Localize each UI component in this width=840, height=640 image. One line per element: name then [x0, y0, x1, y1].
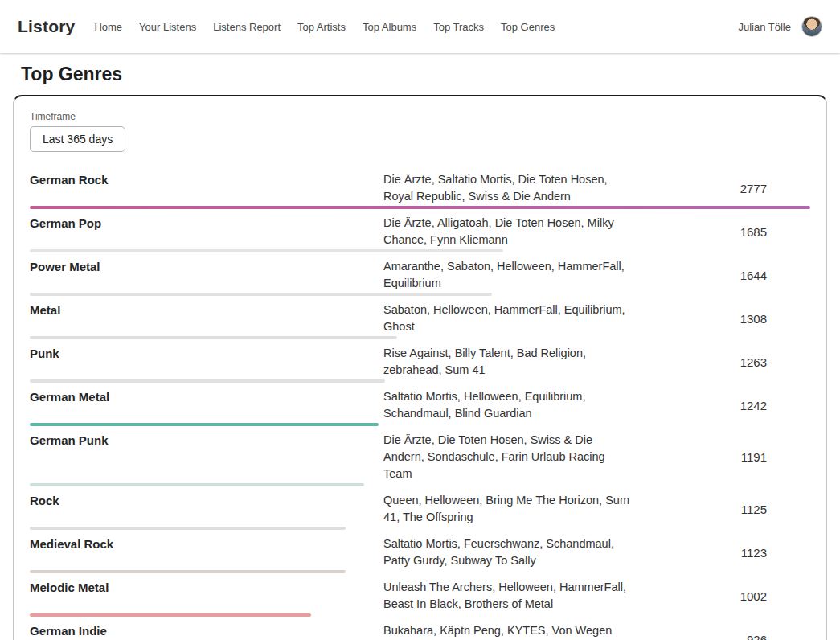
genre-row: Medieval Rock Saltatio Mortis, Feuerschw…	[30, 530, 810, 573]
genre-name: German Pop	[30, 215, 383, 232]
genre-row: Punk Rise Against, Billy Talent, Bad Rel…	[30, 339, 810, 383]
genre-row: Rock Queen, Helloween, Bring Me The Hori…	[30, 486, 810, 530]
genre-count: 926	[634, 633, 810, 640]
user-name[interactable]: Julian Tölle	[738, 21, 791, 33]
genre-count: 1644	[634, 269, 810, 282]
genre-count: 1125	[634, 503, 810, 516]
nav-link-home[interactable]: Home	[94, 21, 122, 33]
genre-row: German Metal Saltatio Mortis, Helloween,…	[30, 383, 810, 426]
nav-link-top-albums[interactable]: Top Albums	[363, 21, 416, 33]
genre-count: 1191	[634, 450, 810, 464]
genre-row: German Punk Die Ärzte, Die Toten Hosen, …	[30, 426, 810, 486]
genre-name: Power Metal	[30, 258, 383, 275]
genre-artists: Sabaton, Helloween, HammerFall, Equilibr…	[383, 302, 634, 335]
genre-table: German Rock Die Ärzte, Saltatio Mortis, …	[30, 166, 810, 640]
genre-name: Rock	[30, 492, 383, 509]
top-genres-card: Timeframe Last 365 days German Rock Die …	[13, 95, 827, 640]
genre-artists: Saltatio Mortis, Helloween, Equilibrium,…	[383, 388, 634, 422]
main-nav: HomeYour ListensListens ReportTop Artist…	[94, 21, 555, 33]
genre-count: 1123	[634, 546, 810, 560]
genre-artists: Queen, Helloween, Bring Me The Horizon, …	[383, 492, 634, 526]
genre-name: German Indie	[30, 622, 383, 639]
genre-count: 1002	[634, 589, 810, 603]
genre-row: Melodic Metal Unleash The Archers, Hello…	[30, 573, 810, 617]
genre-count: 1263	[634, 355, 810, 369]
genre-row: Metal Sabaton, Helloween, HammerFall, Eq…	[30, 296, 810, 339]
genre-name: Melodic Metal	[30, 579, 383, 596]
genre-name: Medieval Rock	[30, 535, 383, 552]
genre-artists: Amaranthe, Sabaton, Helloween, HammerFal…	[383, 258, 634, 292]
genre-artists: Die Ärzte, Alligatoah, Die Toten Hosen, …	[383, 215, 634, 248]
top-navbar: Listory HomeYour ListensListens ReportTo…	[0, 0, 840, 53]
user-avatar[interactable]	[801, 16, 822, 37]
genre-name: German Punk	[30, 432, 383, 449]
nav-link-top-artists[interactable]: Top Artists	[297, 21, 346, 33]
nav-link-your-listens[interactable]: Your Listens	[139, 21, 196, 33]
genre-name: Metal	[30, 302, 383, 318]
app-logo[interactable]: Listory	[18, 17, 75, 36]
genre-artists: Die Ärzte, Die Toten Hosen, Swiss & Die …	[383, 432, 634, 482]
nav-link-listens-report[interactable]: Listens Report	[213, 21, 281, 33]
genre-name: German Metal	[30, 388, 383, 405]
genre-count: 2777	[634, 182, 810, 195]
timeframe-label: Timeframe	[30, 111, 810, 122]
genre-count: 1242	[634, 399, 810, 412]
genre-artists: Rise Against, Billy Talent, Bad Religion…	[383, 345, 634, 379]
genre-artists: Die Ärzte, Saltatio Mortis, Die Toten Ho…	[383, 171, 634, 205]
genre-row: German Rock Die Ärzte, Saltatio Mortis, …	[30, 166, 810, 209]
genre-count: 1308	[634, 312, 810, 326]
nav-link-top-tracks[interactable]: Top Tracks	[433, 21, 484, 33]
genre-artists: Saltatio Mortis, Feuerschwanz, Schandmau…	[383, 535, 634, 569]
page-title: Top Genres	[21, 64, 840, 85]
genre-count: 1685	[634, 225, 810, 239]
genre-name: German Rock	[30, 171, 383, 188]
genre-row: German Pop Die Ärzte, Alligatoah, Die To…	[30, 209, 810, 252]
genre-row: Power Metal Amaranthe, Sabaton, Hellowee…	[30, 252, 810, 296]
genre-row: German Indie Bukahara, Käptn Peng, KYTES…	[30, 617, 810, 640]
nav-link-top-genres[interactable]: Top Genres	[501, 21, 555, 33]
genre-artists: Bukahara, Käptn Peng, KYTES, Von Wegen L…	[383, 622, 634, 640]
user-area: Julian Tölle	[738, 16, 822, 37]
timeframe-select[interactable]: Last 365 days	[30, 126, 125, 152]
genre-artists: Unleash The Archers, Helloween, HammerFa…	[383, 579, 634, 613]
genre-name: Punk	[30, 345, 383, 362]
